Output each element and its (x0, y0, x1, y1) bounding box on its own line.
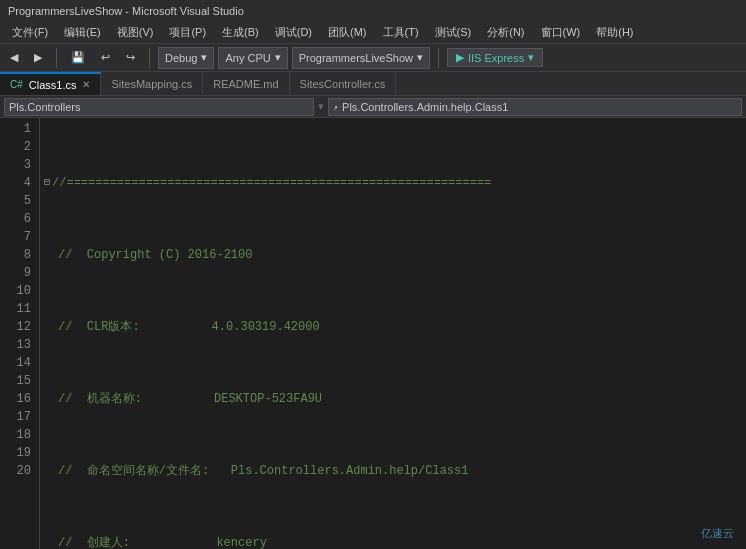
toolbar-undo-btn[interactable]: ↩ (95, 49, 116, 66)
ln-17: 17 (4, 408, 31, 426)
title-bar: ProgrammersLiveShow - Microsoft Visual S… (0, 0, 746, 22)
menu-test[interactable]: 测试(S) (427, 23, 480, 42)
ln-9: 9 (4, 264, 31, 282)
menu-view[interactable]: 视图(V) (109, 23, 162, 42)
toolbar-sep2 (149, 48, 150, 68)
platform-label: Any CPU (225, 52, 270, 64)
project-arrow: ▾ (417, 51, 423, 64)
platform-arrow: ▾ (275, 51, 281, 64)
menu-analyze[interactable]: 分析(N) (479, 23, 532, 42)
menu-tools[interactable]: 工具(T) (375, 23, 427, 42)
toolbar: ◀ ▶ 💾 ↩ ↪ Debug ▾ Any CPU ▾ ProgrammersL… (0, 44, 746, 72)
tab-sitescontroller[interactable]: SitesController.cs (290, 72, 397, 95)
indent-4 (44, 390, 58, 408)
tab-label-sitescontroller: SitesController.cs (300, 78, 386, 90)
ln-11: 11 (4, 300, 31, 318)
tab-close-class1[interactable]: ✕ (82, 79, 90, 90)
ln-14: 14 (4, 354, 31, 372)
code-line-2: // Copyright (C) 2016-2100 (44, 246, 746, 264)
ln-6: 6 (4, 210, 31, 228)
ln-8: 8 (4, 246, 31, 264)
menu-project[interactable]: 项目(P) (161, 23, 214, 42)
ln-5: 5 (4, 192, 31, 210)
breadcrumb-right[interactable] (328, 98, 742, 116)
menu-bar: 文件(F) 编辑(E) 视图(V) 项目(P) 生成(B) 调试(D) 团队(M… (0, 22, 746, 44)
toolbar-sep3 (438, 48, 439, 68)
ln-7: 7 (4, 228, 31, 246)
config-arrow: ▾ (201, 51, 207, 64)
menu-build[interactable]: 生成(B) (214, 23, 267, 42)
toolbar-save-btn[interactable]: 💾 (65, 49, 91, 66)
tab-bar: C# Class1.cs ✕ SitesMapping.cs README.md… (0, 72, 746, 96)
indent-2 (44, 246, 58, 264)
ln-16: 16 (4, 390, 31, 408)
menu-file[interactable]: 文件(F) (4, 23, 56, 42)
ln-13: 13 (4, 336, 31, 354)
code-text-1: //======================================… (52, 174, 491, 192)
project-label: ProgrammersLiveShow (299, 52, 413, 64)
indent-3 (44, 318, 58, 336)
menu-team[interactable]: 团队(M) (320, 23, 375, 42)
project-dropdown[interactable]: ProgrammersLiveShow ▾ (292, 47, 430, 69)
tab-readme[interactable]: README.md (203, 72, 289, 95)
run-arrow: ▾ (528, 51, 534, 64)
menu-edit[interactable]: 编辑(E) (56, 23, 109, 42)
toolbar-redo-btn[interactable]: ↪ (120, 49, 141, 66)
toolbar-sep1 (56, 48, 57, 68)
code-text-5: // 命名空间名称/文件名: Pls.Controllers.Admin.hel… (58, 462, 468, 480)
tab-label-sitesmapping: SitesMapping.cs (111, 78, 192, 90)
run-label: IIS Express (468, 52, 524, 64)
breadcrumb-left[interactable] (4, 98, 314, 116)
breadcrumb-sep: ▾ (314, 100, 328, 113)
tab-label-readme: README.md (213, 78, 278, 90)
code-line-6: // 创建人: kencery (44, 534, 746, 549)
code-area: 1 2 3 4 5 6 7 8 9 10 11 12 13 14 15 16 1… (0, 118, 746, 549)
ln-15: 15 (4, 372, 31, 390)
ln-19: 19 (4, 444, 31, 462)
run-icon: ▶ (456, 51, 464, 64)
code-line-3: // CLR版本: 4.0.30319.42000 (44, 318, 746, 336)
menu-help[interactable]: 帮助(H) (588, 23, 641, 42)
config-dropdown[interactable]: Debug ▾ (158, 47, 214, 69)
tab-label-class1: Class1.cs (29, 79, 77, 91)
code-text-3: // CLR版本: 4.0.30319.42000 (58, 318, 320, 336)
code-text-6: // 创建人: kencery (58, 534, 267, 549)
menu-debug[interactable]: 调试(D) (267, 23, 320, 42)
tab-sitesmapping[interactable]: SitesMapping.cs (101, 72, 203, 95)
menu-window[interactable]: 窗口(W) (533, 23, 589, 42)
code-line-1: ⊟ //====================================… (44, 174, 746, 192)
ln-12: 12 (4, 318, 31, 336)
code-text-2: // Copyright (C) 2016-2100 (58, 246, 252, 264)
tab-icon-class1: C# (10, 79, 23, 90)
ln-20: 20 (4, 462, 31, 480)
watermark: 亿速云 (701, 526, 734, 541)
config-label: Debug (165, 52, 197, 64)
code-text-4: // 机器名称: DESKTOP-523FA9U (58, 390, 322, 408)
line-numbers: 1 2 3 4 5 6 7 8 9 10 11 12 13 14 15 16 1… (0, 118, 40, 549)
ln-10: 10 (4, 282, 31, 300)
title-text: ProgrammersLiveShow - Microsoft Visual S… (8, 5, 244, 17)
toolbar-forward-btn[interactable]: ▶ (28, 49, 48, 66)
indent-5 (44, 462, 58, 480)
run-button[interactable]: ▶ IIS Express ▾ (447, 48, 543, 67)
code-line-5: // 命名空间名称/文件名: Pls.Controllers.Admin.hel… (44, 462, 746, 480)
tab-class1[interactable]: C# Class1.cs ✕ (0, 72, 101, 95)
toolbar-back-btn[interactable]: ◀ (4, 49, 24, 66)
code-line-4: // 机器名称: DESKTOP-523FA9U (44, 390, 746, 408)
ln-4: 4 (4, 174, 31, 192)
ln-18: 18 (4, 426, 31, 444)
indent-6 (44, 534, 58, 549)
code-content[interactable]: ⊟ //====================================… (40, 118, 746, 549)
ln-2: 2 (4, 138, 31, 156)
watermark-text: 亿速云 (701, 527, 734, 539)
breadcrumb-bar: ▾ (0, 96, 746, 118)
ln-1: 1 (4, 120, 31, 138)
collapse-1[interactable]: ⊟ (44, 174, 50, 192)
ln-3: 3 (4, 156, 31, 174)
platform-dropdown[interactable]: Any CPU ▾ (218, 47, 287, 69)
